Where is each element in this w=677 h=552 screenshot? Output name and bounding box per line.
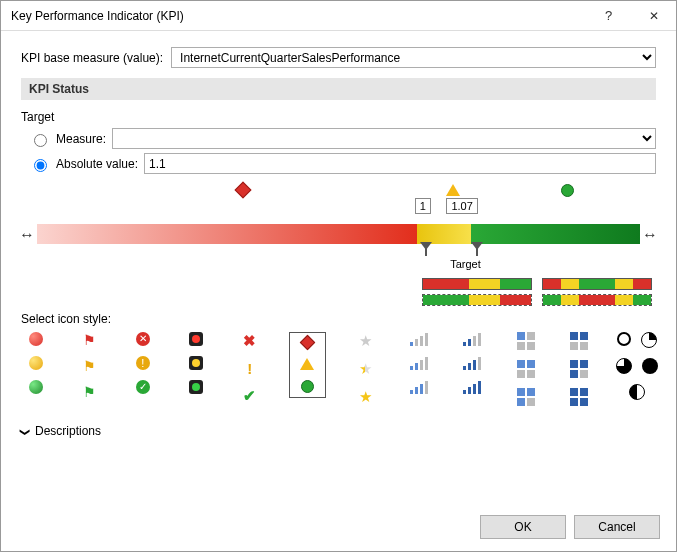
icon-style-stars[interactable]: ★ ★ ★	[350, 332, 380, 406]
icon-style-pie[interactable]	[618, 332, 656, 403]
sq-d-1-icon	[570, 332, 588, 350]
expand-right-icon[interactable]: ↔	[642, 226, 658, 244]
target-group: Target Measure: Absolute value:	[21, 110, 656, 174]
flag-green-icon: ⚑	[83, 384, 96, 400]
circle-green-icon	[561, 184, 577, 200]
target-absolute-row: Absolute value:	[29, 153, 656, 174]
pie-full-icon	[642, 358, 658, 374]
sq-2-icon	[517, 360, 535, 378]
circle-red-icon	[29, 332, 43, 346]
absolute-value-input[interactable]	[144, 153, 656, 174]
icon-style-circles[interactable]	[21, 332, 51, 394]
descriptions-label: Descriptions	[35, 424, 101, 438]
bars-3-icon	[410, 380, 428, 394]
target-absolute-radio[interactable]	[34, 159, 47, 172]
base-measure-row: KPI base measure (value): InternetCurren…	[21, 47, 656, 68]
title-bar: Key Performance Indicator (KPI) ? ✕	[1, 1, 676, 31]
x-mark-icon: ✖	[243, 332, 256, 350]
pattern-rgyr[interactable]	[542, 278, 652, 290]
kpi-dialog: Key Performance Indicator (KPI) ? ✕ KPI …	[0, 0, 677, 552]
circle-shape-icon	[301, 380, 314, 393]
target-title: Target	[21, 110, 656, 124]
target-absolute-radio-label[interactable]: Absolute value:	[29, 156, 138, 172]
star-empty-icon: ★	[359, 332, 372, 350]
pie-q1-icon	[641, 332, 657, 348]
bars-2-icon	[410, 356, 428, 370]
bars-d-2-icon	[463, 356, 481, 370]
pie-q3-icon	[616, 358, 632, 374]
pattern-gyrg[interactable]	[542, 294, 652, 306]
diamond-red-icon	[237, 184, 253, 200]
check-mark-icon: ✔	[243, 387, 256, 405]
help-icon: ?	[605, 8, 612, 23]
gradient-bar	[37, 224, 640, 244]
target-axis-label: Target	[450, 258, 481, 270]
icon-style-traffic[interactable]	[182, 332, 212, 394]
traffic-red-icon	[189, 332, 203, 346]
icon-style-squares-gray[interactable]	[511, 332, 541, 406]
base-measure-select[interactable]: InternetCurrentQuarterSalesPerformance	[171, 47, 656, 68]
traffic-green-icon	[189, 380, 203, 394]
threshold-handle-1[interactable]	[421, 218, 431, 250]
pie-half-icon	[629, 384, 645, 400]
expand-left-icon[interactable]: ↔	[19, 226, 35, 244]
bars-1-icon	[410, 332, 428, 346]
sq-3-icon	[517, 388, 535, 406]
bang-circle-icon: !	[136, 356, 150, 370]
window-close-button[interactable]: ✕	[631, 1, 676, 31]
target-measure-select[interactable]	[112, 128, 656, 149]
check-circle-icon: ✓	[136, 380, 150, 394]
color-pattern-presets-2	[21, 294, 656, 306]
kpi-status-header: KPI Status	[21, 78, 656, 100]
star-half-icon: ★	[359, 360, 372, 378]
help-button[interactable]: ?	[586, 1, 631, 31]
descriptions-expander[interactable]: ❯ Descriptions	[21, 424, 656, 438]
target-measure-radio-label[interactable]: Measure:	[29, 131, 106, 147]
circle-green-icon	[29, 380, 43, 394]
threshold-handle-2[interactable]	[472, 218, 482, 250]
base-measure-label: KPI base measure (value):	[21, 51, 163, 65]
bars-d-1-icon	[463, 332, 481, 346]
icon-style-shapes[interactable]	[289, 332, 327, 398]
triangle-icon	[300, 358, 314, 370]
dialog-client: KPI base measure (value): InternetCurren…	[1, 31, 676, 503]
bang-mark-icon: !	[247, 360, 252, 377]
flag-red-icon: ⚑	[83, 332, 96, 348]
icon-style-bars-gray[interactable]	[404, 332, 434, 394]
sq-d-3-icon	[570, 388, 588, 406]
threshold-slider[interactable]: 1 1.07 ↔ ↔ Target	[21, 184, 656, 274]
x-circle-icon: ✕	[136, 332, 150, 346]
color-pattern-presets	[21, 278, 656, 290]
dialog-footer: OK Cancel	[1, 503, 676, 551]
pattern-gyr[interactable]	[422, 294, 532, 306]
circle-yellow-icon	[29, 356, 43, 370]
cancel-button[interactable]: Cancel	[574, 515, 660, 539]
diamond-icon	[300, 335, 316, 351]
ok-button[interactable]: OK	[480, 515, 566, 539]
close-icon: ✕	[649, 9, 659, 23]
icon-style-label: Select icon style:	[21, 312, 656, 326]
threshold-value-1[interactable]: 1	[415, 198, 431, 214]
flag-yellow-icon: ⚑	[83, 358, 96, 374]
icon-style-bars-dark[interactable]	[457, 332, 487, 394]
icon-style-flags[interactable]: ⚑ ⚑ ⚑	[75, 332, 105, 400]
traffic-yellow-icon	[189, 356, 203, 370]
bars-d-3-icon	[463, 380, 481, 394]
target-measure-radio[interactable]	[34, 134, 47, 147]
sq-1-icon	[517, 332, 535, 350]
pie-empty-icon	[617, 332, 631, 346]
absolute-label-text: Absolute value:	[56, 157, 138, 171]
icon-style-grid: ⚑ ⚑ ⚑ ✕ ! ✓ ✖	[21, 326, 656, 416]
icon-style-marks[interactable]: ✖ ! ✔	[235, 332, 265, 405]
threshold-value-2[interactable]: 1.07	[446, 198, 477, 214]
icon-style-squares-dark[interactable]	[564, 332, 594, 406]
icon-style-section: Select icon style: ⚑ ⚑ ⚑ ✕ !	[21, 312, 656, 416]
chevron-down-icon: ❯	[20, 427, 31, 435]
pattern-ryg[interactable]	[422, 278, 532, 290]
icon-style-symbols[interactable]: ✕ ! ✓	[128, 332, 158, 394]
star-full-icon: ★	[359, 388, 372, 406]
measure-label-text: Measure:	[56, 132, 106, 146]
window-title: Key Performance Indicator (KPI)	[11, 9, 586, 23]
sq-d-2-icon	[570, 360, 588, 378]
target-measure-row: Measure:	[29, 128, 656, 149]
